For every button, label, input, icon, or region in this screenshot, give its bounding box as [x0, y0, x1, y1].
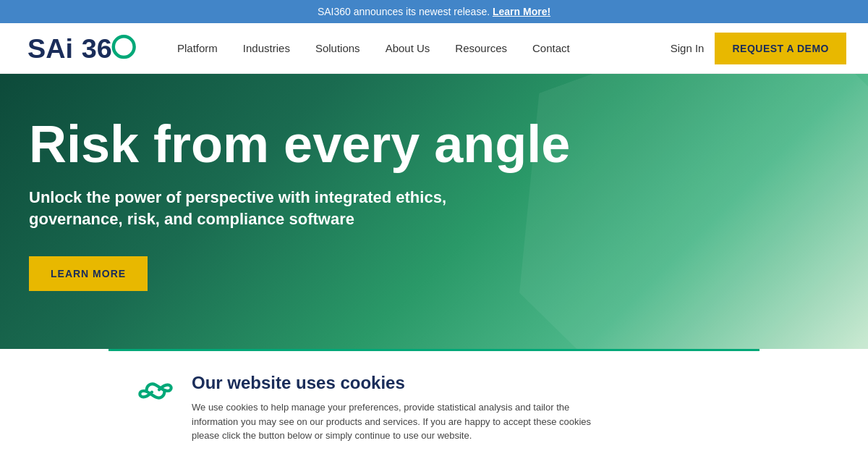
nav-item-contact[interactable]: Contact: [522, 35, 581, 62]
hero-section: Risk from every angle Unlock the power o…: [0, 74, 868, 349]
logo-svg: SAi 36: [22, 32, 137, 64]
nav-item-industries[interactable]: Industries: [232, 35, 301, 62]
cookie-title: Our website uses cookies: [192, 373, 731, 393]
nav-item-about-us[interactable]: About Us: [375, 35, 441, 62]
nav-item-platform[interactable]: Platform: [166, 35, 229, 62]
announcement-bar: SAI360 announces its newest release. Lea…: [0, 0, 868, 23]
hero-subtitle: Unlock the power of perspective with int…: [29, 187, 521, 232]
nav-item-resources[interactable]: Resources: [444, 35, 518, 62]
cookie-body-text: We use cookies to help manage your prefe…: [192, 400, 597, 443]
svg-point-2: [114, 36, 135, 57]
cookie-overlay: Our website uses cookies We use cookies …: [0, 349, 868, 451]
nav-actions: Sign In REQUEST A DEMO: [671, 33, 846, 64]
demo-button[interactable]: REQUEST A DEMO: [715, 33, 846, 64]
cookie-icon: [137, 376, 174, 412]
svg-rect-3: [117, 43, 124, 50]
svg-text:36: 36: [82, 33, 112, 64]
announcement-text: SAI360 announces its newest release.: [318, 6, 490, 17]
signin-link[interactable]: Sign In: [671, 42, 705, 54]
cookie-banner: Our website uses cookies We use cookies …: [109, 349, 760, 451]
nav-links: Platform Industries Solutions About Us R…: [166, 35, 671, 62]
cookie-content: Our website uses cookies We use cookies …: [192, 373, 731, 451]
svg-text:SAi: SAi: [27, 33, 73, 64]
nav-item-solutions[interactable]: Solutions: [305, 35, 371, 62]
logo[interactable]: SAi 36: [22, 32, 137, 64]
navbar: SAi 36 Platform Industries Solutions Abo…: [0, 23, 868, 74]
hero-title: Risk from every angle: [29, 117, 608, 172]
learn-more-button[interactable]: LEARN MORE: [29, 256, 148, 291]
announcement-link[interactable]: Learn More!: [493, 6, 550, 17]
